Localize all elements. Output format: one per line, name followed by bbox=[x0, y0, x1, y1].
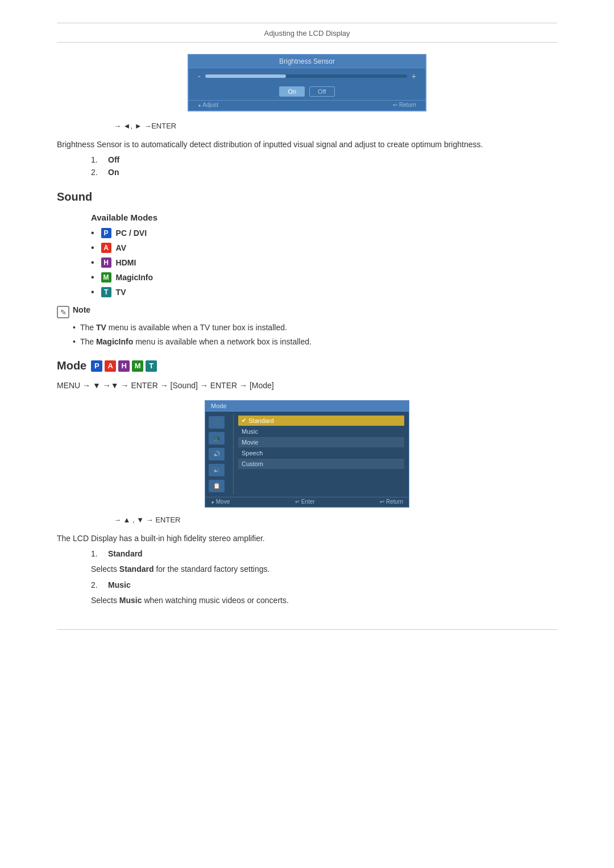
osd-slider-row: - + bbox=[189, 68, 425, 84]
mode-menu-path: MENU → ▼ →▼ → ENTER → [Sound] → ENTER → … bbox=[57, 379, 557, 392]
mode-osd-body: 🎵 📺 🔊 🔉 📋 Standard Music Movie Speech Cu… bbox=[205, 412, 409, 497]
note-bullet-dot-1: • bbox=[73, 322, 76, 334]
slider-minus: - bbox=[198, 72, 201, 81]
osd-icon-1: 🎵 bbox=[209, 416, 225, 429]
available-modes-heading: Available Modes bbox=[91, 213, 557, 222]
badge-m: M bbox=[101, 272, 111, 283]
mode-osd-container: Mode 🎵 📺 🔊 🔉 📋 Standard Music Movie Spee… bbox=[57, 400, 557, 508]
mode-label-magicinfo: MagicInfo bbox=[116, 273, 153, 282]
mode-list-desc-music: Selects Music when watching music videos… bbox=[91, 594, 557, 607]
mode-bullet-hdmi: • H HDMI bbox=[91, 258, 557, 268]
osd-footer-return: ↩ Return bbox=[393, 102, 416, 108]
osd-box: Brightness Sensor - + On Off ⬥ Adjust ↩ … bbox=[188, 54, 426, 111]
osd-item-speech[interactable]: Speech bbox=[238, 448, 404, 458]
slider-track bbox=[205, 74, 407, 78]
mode-osd-list: Standard Music Movie Speech Custom bbox=[234, 414, 409, 495]
slider-plus: + bbox=[412, 72, 416, 81]
mode-label-tv: TV bbox=[116, 288, 126, 297]
mode-bullet-pc-dvi: • P PC / DVI bbox=[91, 228, 557, 238]
mode-osd-title: Mode bbox=[205, 401, 409, 412]
mode-list-label-standard: Standard bbox=[108, 549, 143, 558]
list-item-1: 1. Off bbox=[91, 155, 557, 164]
mode-osd-icons: 🎵 📺 🔊 🔉 📋 bbox=[205, 414, 234, 495]
mode-badge-m: M bbox=[132, 360, 143, 372]
list-item-2: 2. On bbox=[91, 168, 557, 177]
mode-label-av: AV bbox=[116, 243, 126, 252]
mode-bullet-magicinfo: • M MagicInfo bbox=[91, 272, 557, 283]
note-bullet-1: • The TV menu is available when a TV tun… bbox=[73, 322, 557, 334]
badge-h: H bbox=[101, 258, 111, 268]
note-bullet-2: • The MagicInfo menu is available when a… bbox=[73, 336, 557, 348]
mode-label-pc-dvi: PC / DVI bbox=[116, 229, 147, 238]
mode-bullet-av: • A AV bbox=[91, 243, 557, 253]
mode-description: The LCD Display has a built-in high fide… bbox=[57, 532, 557, 545]
bullet-dot-5: • bbox=[91, 287, 94, 297]
badge-t: T bbox=[101, 287, 111, 297]
mode-osd-footer-enter: ↵ Enter bbox=[295, 499, 315, 505]
mode-heading-text: Mode bbox=[57, 359, 86, 372]
mode-badge-h: H bbox=[118, 360, 130, 372]
bullet-dot-4: • bbox=[91, 272, 94, 283]
osd-off-button[interactable]: Off bbox=[309, 86, 334, 97]
slider-fill bbox=[205, 74, 286, 78]
mode-list-num-1: 1. bbox=[91, 549, 108, 558]
list-num-1: 1. bbox=[91, 155, 108, 164]
osd-title: Brightness Sensor bbox=[189, 55, 425, 68]
note-box: ✎ Note bbox=[57, 305, 557, 318]
page-container: Adjusting the LCD Display Brightness Sen… bbox=[0, 0, 614, 653]
mode-badge-a: A bbox=[105, 360, 116, 372]
osd-footer-adjust: ⬥ Adjust bbox=[198, 102, 218, 108]
mode-bullet-tv: • T TV bbox=[91, 287, 557, 297]
mode-badge-p: P bbox=[91, 360, 102, 372]
mode-osd-box: Mode 🎵 📺 🔊 🔉 📋 Standard Music Movie Spee… bbox=[205, 400, 409, 508]
mode-list-num-2: 2. bbox=[91, 580, 108, 589]
osd-icon-2: 📺 bbox=[209, 432, 225, 445]
list-num-2: 2. bbox=[91, 168, 108, 177]
note-icon: ✎ bbox=[57, 306, 69, 318]
osd-buttons-row: On Off bbox=[189, 84, 425, 100]
note-bullet-text-1: The TV menu is available when a TV tuner… bbox=[80, 322, 287, 334]
mode-osd-footer-return: ↩ Return bbox=[380, 499, 403, 505]
osd-item-custom[interactable]: Custom bbox=[238, 459, 404, 469]
mode-list-desc-standard: Selects Standard for the standard factor… bbox=[91, 563, 557, 575]
bottom-rule bbox=[57, 629, 557, 630]
note-bullets: • The TV menu is available when a TV tun… bbox=[73, 322, 557, 348]
nav-line-1: → ◄, ► →ENTER bbox=[114, 122, 557, 130]
sound-section-heading: Sound bbox=[57, 190, 557, 203]
osd-footer: ⬥ Adjust ↩ Return bbox=[189, 100, 425, 110]
note-bullet-text-2: The MagicInfo menu is available when a n… bbox=[80, 336, 312, 348]
nav-line-2: → ▲ , ▼ → ENTER bbox=[114, 516, 557, 524]
osd-icon-5: 📋 bbox=[209, 480, 225, 492]
brightness-sensor-osd: Brightness Sensor - + On Off ⬥ Adjust ↩ … bbox=[57, 54, 557, 111]
mode-list-item-2: 2. Music bbox=[91, 580, 557, 589]
osd-on-button[interactable]: On bbox=[279, 86, 305, 97]
mode-badge-t: T bbox=[146, 360, 157, 372]
osd-item-standard[interactable]: Standard bbox=[238, 416, 404, 426]
mode-section-heading: Mode P A H M T bbox=[57, 359, 557, 372]
mode-osd-footer: ⬥ Move ↵ Enter ↩ Return bbox=[205, 497, 409, 507]
osd-item-movie[interactable]: Movie bbox=[238, 437, 404, 447]
bullet-dot-3: • bbox=[91, 258, 94, 268]
mode-list-item-1: 1. Standard bbox=[91, 549, 557, 558]
osd-icon-3: 🔊 bbox=[209, 448, 225, 460]
top-rule bbox=[57, 23, 557, 23]
note-label: Note bbox=[73, 305, 90, 314]
mode-osd-footer-move: ⬥ Move bbox=[211, 499, 230, 505]
osd-icon-4: 🔉 bbox=[209, 464, 225, 476]
mode-label-hdmi: HDMI bbox=[116, 258, 136, 267]
list-label-on: On bbox=[108, 168, 119, 177]
list-label-off: Off bbox=[108, 155, 119, 164]
osd-item-music[interactable]: Music bbox=[238, 426, 404, 437]
badge-a: A bbox=[101, 243, 111, 253]
page-title: Adjusting the LCD Display bbox=[57, 29, 557, 43]
bullet-dot-2: • bbox=[91, 243, 94, 253]
note-bullet-dot-2: • bbox=[73, 336, 76, 348]
bullet-dot-1: • bbox=[91, 228, 94, 238]
badge-p: P bbox=[101, 228, 111, 238]
brightness-description: Brightness Sensor is to automatically de… bbox=[57, 138, 557, 151]
mode-list-label-music: Music bbox=[108, 580, 131, 589]
